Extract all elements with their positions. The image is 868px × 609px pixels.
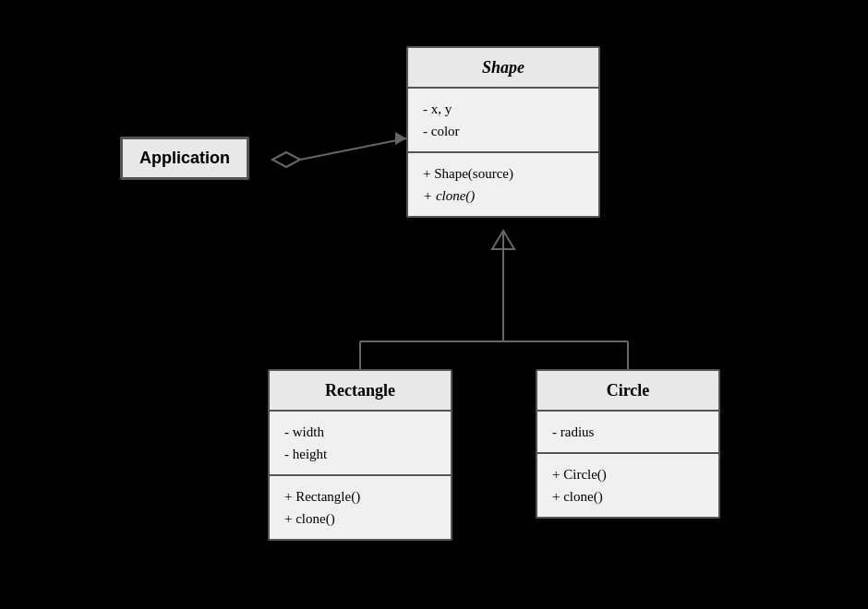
rectangle-methods: + Rectangle() + clone(): [270, 476, 451, 539]
svg-marker-7: [492, 231, 514, 249]
rectangle-attributes: - width - height: [270, 412, 451, 476]
rectangle-title: Rectangle: [270, 371, 451, 412]
rect-attr-1: - width: [284, 421, 436, 443]
rect-method-1: + Rectangle(): [284, 485, 436, 508]
shape-method-1: + Shape(source): [423, 162, 584, 185]
svg-line-0: [300, 138, 406, 160]
circle-attributes: - radius: [537, 412, 718, 454]
circle-attr-1: - radius: [552, 421, 704, 443]
circle-method-2: + clone(): [552, 485, 704, 508]
shape-class: Shape - x, y - color + Shape(source) + c…: [406, 46, 600, 218]
shape-attr-1: - x, y: [423, 98, 584, 120]
circle-class: Circle - radius + Circle() + clone(): [536, 369, 720, 519]
svg-marker-1: [395, 132, 406, 145]
rectangle-class: Rectangle - width - height + Rectangle()…: [268, 369, 452, 541]
rect-attr-2: - height: [284, 443, 436, 465]
shape-attr-2: - color: [423, 120, 584, 142]
application-class: Application: [120, 137, 249, 180]
circle-method-1: + Circle(): [552, 463, 704, 485]
circle-title: Circle: [537, 371, 718, 412]
shape-title: Shape: [408, 48, 598, 89]
rect-method-2: + clone(): [284, 508, 436, 530]
application-label: Application: [139, 149, 230, 167]
shape-attributes: - x, y - color: [408, 89, 598, 153]
circle-methods: + Circle() + clone(): [537, 454, 718, 517]
shape-method-2: + clone(): [423, 185, 584, 207]
uml-diagram: Application Shape - x, y - color + Shape…: [111, 28, 757, 581]
svg-marker-2: [272, 152, 300, 167]
shape-methods: + Shape(source) + clone(): [408, 153, 598, 216]
